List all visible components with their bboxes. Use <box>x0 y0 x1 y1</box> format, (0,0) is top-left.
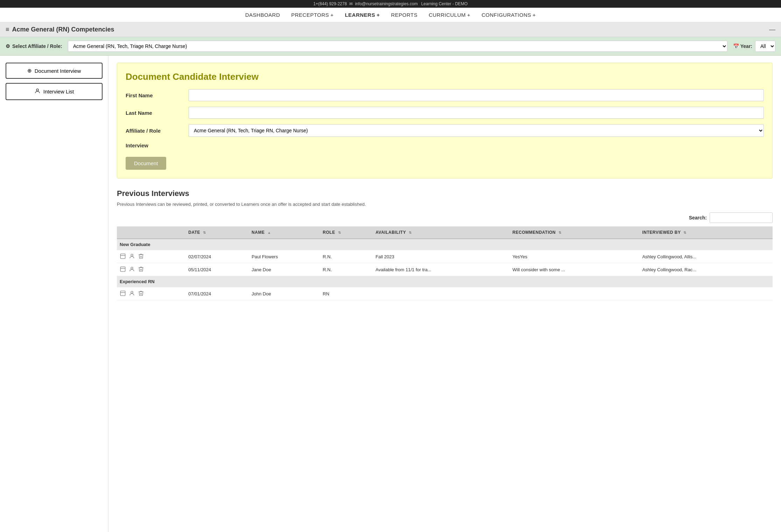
document-interview-form: Document Candidate Interview First Name … <box>117 63 773 178</box>
interview-row: Interview <box>126 142 764 148</box>
affiliate-role-label: Affiliate / Role <box>126 128 189 134</box>
nav-item-learners[interactable]: LEARNERS + <box>345 12 380 18</box>
name-cell: Jane Doe <box>249 263 320 276</box>
availability-col-header[interactable]: AVAILABILITY ⇅ <box>373 226 509 239</box>
table-body: New Graduate <box>117 239 773 300</box>
table-row: 02/07/2024Paul FlowersR.N.Fall 2023YesYe… <box>117 250 773 263</box>
recommendation-cell <box>510 287 640 300</box>
top-bar-phone: 1+(844) 929-2278 <box>314 1 347 6</box>
page-header: ≡ Acme General (RN) Competencies — <box>0 22 781 37</box>
role-col-header[interactable]: ROLE ⇅ <box>320 226 373 239</box>
role-cell: R.N. <box>320 250 373 263</box>
person-icon <box>34 88 41 95</box>
plus-circle-icon: ⊕ <box>27 68 32 74</box>
interviews-table: DATE ⇅ NAME ▲ ROLE ⇅ AVAILABILITY <box>117 226 773 300</box>
view-icon[interactable] <box>120 266 127 273</box>
availability-cell: Available from 11/1 for tra... <box>373 263 509 276</box>
last-name-label: Last Name <box>126 110 189 116</box>
delete-icon[interactable] <box>138 253 145 260</box>
svg-rect-1 <box>120 254 125 259</box>
year-select[interactable]: All <box>755 41 775 52</box>
nav-item-preceptors[interactable]: PRECEPTORS + <box>291 12 333 18</box>
action-cell <box>117 263 185 276</box>
table-group-row: New Graduate <box>117 239 773 250</box>
date-cell: 07/01/2024 <box>185 287 249 300</box>
date-sort-icon: ⇅ <box>203 231 206 234</box>
action-cell <box>117 287 185 300</box>
affiliate-settings-icon: ⚙ <box>6 43 10 49</box>
document-interview-button[interactable]: ⊕ Document Interview <box>6 63 103 79</box>
calendar-icon: 📅 <box>733 43 739 49</box>
person-action-icon[interactable] <box>129 253 136 260</box>
year-label: 📅 Year: <box>733 43 752 49</box>
person-action-icon[interactable] <box>129 266 136 273</box>
name-sort-icon: ▲ <box>267 231 271 234</box>
group-name: Experienced RN <box>117 276 773 287</box>
role-cell: RN <box>320 287 373 300</box>
interviewed-by-cell: Ashley Collingwood, Rac... <box>639 263 773 276</box>
role-cell: R.N. <box>320 263 373 276</box>
delete-icon[interactable] <box>138 266 145 273</box>
name-col-header[interactable]: NAME ▲ <box>249 226 320 239</box>
nav-item-curriculum[interactable]: CURRICULUM + <box>429 12 470 18</box>
name-cell: Paul Flowers <box>249 250 320 263</box>
search-input[interactable] <box>710 212 773 223</box>
affiliate-role-select[interactable]: Acme General (RN, Tech, Triage RN, Charg… <box>189 124 764 137</box>
delete-icon[interactable] <box>138 290 145 297</box>
recommendation-cell: Will consider with some ... <box>510 263 640 276</box>
last-name-row: Last Name <box>126 107 764 119</box>
affiliate-select[interactable]: Acme General (RN, Tech, Triage RN, Charg… <box>68 41 727 52</box>
top-bar-email: info@nursetrainingstrategies.com <box>355 1 418 6</box>
hamburger-icon: ≡ <box>6 26 9 33</box>
interviewed-by-col-header[interactable]: INTERVIEWED BY ⇅ <box>639 226 773 239</box>
search-label: Search: <box>689 215 707 220</box>
interview-label: Interview <box>126 142 189 148</box>
recommendation-col-header[interactable]: RECOMMENDATION ⇅ <box>510 226 640 239</box>
first-name-input[interactable] <box>189 89 764 101</box>
table-row: 07/01/2024John DoeRN <box>117 287 773 300</box>
affiliate-bar: ⚙ Select Affiliate / Role: Acme General … <box>0 37 781 56</box>
year-section: 📅 Year: All <box>733 41 775 52</box>
configurations-plus-icon: + <box>533 12 536 18</box>
page-header-title-group: ≡ Acme General (RN) Competencies <box>6 26 114 33</box>
view-icon[interactable] <box>120 253 127 260</box>
previous-interviews-section: Previous Interviews Previous Interviews … <box>117 189 773 300</box>
table-group-row: Experienced RN <box>117 276 773 287</box>
interview-list-button[interactable]: Interview List <box>6 83 103 100</box>
preceptors-plus-icon: + <box>330 12 333 18</box>
date-col-header[interactable]: DATE ⇅ <box>185 226 249 239</box>
action-cell <box>117 250 185 263</box>
role-sort-icon: ⇅ <box>338 231 341 234</box>
search-row: Search: <box>117 212 773 223</box>
recommendation-sort-icon: ⇅ <box>558 231 562 234</box>
previous-interviews-title: Previous Interviews <box>117 189 773 198</box>
svg-point-0 <box>36 89 38 91</box>
interviewed-by-cell: Ashley Collingwood, Allis... <box>639 250 773 263</box>
page-title: Acme General (RN) Competencies <box>12 26 114 33</box>
interviewed-by-sort-icon: ⇅ <box>683 231 687 234</box>
first-name-label: First Name <box>126 92 189 98</box>
top-bar: 1+(844) 929-2278 ✉ info@nursetrainingstr… <box>0 0 781 8</box>
interviewed-by-cell <box>639 287 773 300</box>
close-icon[interactable]: — <box>769 26 775 33</box>
nav-item-configurations[interactable]: CONFIGURATIONS + <box>481 12 536 18</box>
view-icon[interactable] <box>120 290 127 297</box>
last-name-input[interactable] <box>189 107 764 119</box>
person-action-icon[interactable] <box>129 290 136 297</box>
learners-plus-icon: + <box>377 12 380 18</box>
actions-col-header <box>117 226 185 239</box>
form-title: Document Candidate Interview <box>126 71 764 82</box>
content-area: Document Candidate Interview First Name … <box>108 56 781 532</box>
svg-rect-4 <box>120 267 125 272</box>
table-header: DATE ⇅ NAME ▲ ROLE ⇅ AVAILABILITY <box>117 226 773 239</box>
svg-point-3 <box>131 254 133 256</box>
nav-item-reports[interactable]: REPORTS <box>391 12 417 18</box>
main-layout: ⊕ Document Interview Interview List Docu… <box>0 56 781 532</box>
document-button[interactable]: Document <box>126 157 166 170</box>
previous-interviews-desc: Previous Interviews can be reviewed, pri… <box>117 202 773 207</box>
main-nav: DASHBOARD PRECEPTORS + LEARNERS + REPORT… <box>0 8 781 22</box>
nav-item-dashboard[interactable]: DASHBOARD <box>245 12 280 18</box>
affiliate-label: ⚙ Select Affiliate / Role: <box>6 43 62 49</box>
date-cell: 02/07/2024 <box>185 250 249 263</box>
first-name-row: First Name <box>126 89 764 101</box>
